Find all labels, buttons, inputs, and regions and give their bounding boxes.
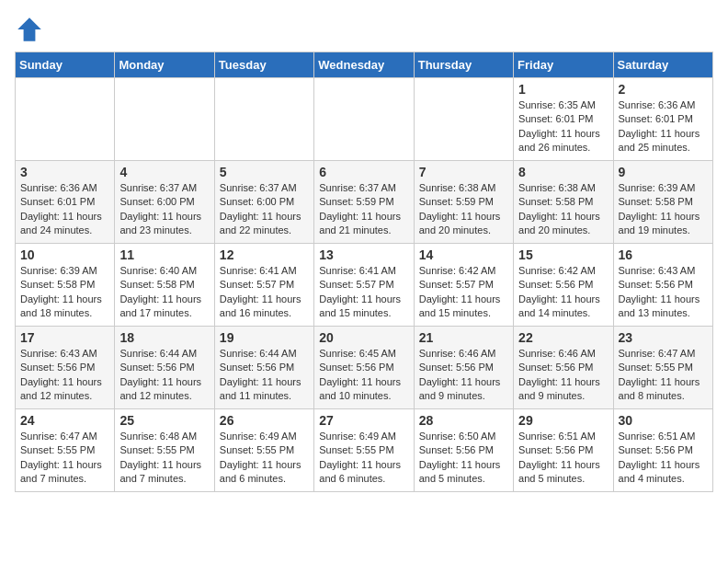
calendar-cell: 22Sunrise: 6:46 AM Sunset: 5:56 PM Dayli…: [514, 327, 613, 409]
col-header-wednesday: Wednesday: [314, 52, 414, 78]
day-info: Sunrise: 6:42 AM Sunset: 5:56 PM Dayligh…: [518, 264, 608, 321]
calendar-cell: [314, 78, 414, 161]
day-info: Sunrise: 6:46 AM Sunset: 5:56 PM Dayligh…: [419, 347, 508, 404]
calendar-cell: 19Sunrise: 6:44 AM Sunset: 5:56 PM Dayli…: [214, 327, 313, 409]
calendar-cell: 10Sunrise: 6:39 AM Sunset: 5:58 PM Dayli…: [16, 244, 115, 327]
calendar-cell: 26Sunrise: 6:49 AM Sunset: 5:55 PM Dayli…: [214, 409, 313, 492]
day-info: Sunrise: 6:45 AM Sunset: 5:56 PM Dayligh…: [319, 347, 408, 404]
day-info: Sunrise: 6:42 AM Sunset: 5:57 PM Dayligh…: [419, 264, 508, 321]
day-number: 15: [518, 247, 608, 262]
day-number: 2: [619, 82, 708, 97]
day-number: 29: [518, 413, 608, 428]
day-info: Sunrise: 6:51 AM Sunset: 5:56 PM Dayligh…: [619, 430, 708, 487]
col-header-tuesday: Tuesday: [214, 52, 313, 78]
calendar-cell: 4Sunrise: 6:37 AM Sunset: 6:00 PM Daylig…: [115, 161, 214, 244]
day-info: Sunrise: 6:39 AM Sunset: 5:58 PM Dayligh…: [619, 181, 708, 238]
calendar-cell: 1Sunrise: 6:35 AM Sunset: 6:01 PM Daylig…: [514, 78, 613, 161]
calendar-cell: 18Sunrise: 6:44 AM Sunset: 5:56 PM Dayli…: [115, 327, 214, 409]
day-number: 9: [619, 165, 708, 179]
calendar-cell: 24Sunrise: 6:47 AM Sunset: 5:55 PM Dayli…: [16, 409, 115, 492]
calendar-cell: [115, 78, 214, 161]
day-number: 28: [419, 413, 508, 428]
day-number: 5: [220, 165, 309, 179]
day-info: Sunrise: 6:49 AM Sunset: 5:55 PM Dayligh…: [319, 430, 408, 487]
calendar-cell: 25Sunrise: 6:48 AM Sunset: 5:55 PM Dayli…: [115, 409, 214, 492]
calendar-cell: 6Sunrise: 6:37 AM Sunset: 5:59 PM Daylig…: [314, 161, 414, 244]
col-header-monday: Monday: [115, 52, 214, 78]
day-number: 26: [220, 413, 309, 428]
calendar-cell: 5Sunrise: 6:37 AM Sunset: 6:00 PM Daylig…: [214, 161, 313, 244]
day-info: Sunrise: 6:35 AM Sunset: 6:01 PM Dayligh…: [518, 98, 608, 155]
calendar-cell: 3Sunrise: 6:36 AM Sunset: 6:01 PM Daylig…: [16, 161, 115, 244]
day-info: Sunrise: 6:48 AM Sunset: 5:55 PM Dayligh…: [119, 430, 209, 487]
day-number: 4: [119, 165, 209, 179]
day-info: Sunrise: 6:51 AM Sunset: 5:56 PM Dayligh…: [518, 430, 608, 487]
day-number: 13: [319, 247, 408, 262]
day-info: Sunrise: 6:44 AM Sunset: 5:56 PM Dayligh…: [119, 347, 209, 404]
day-info: Sunrise: 6:36 AM Sunset: 6:01 PM Dayligh…: [619, 98, 708, 155]
day-info: Sunrise: 6:47 AM Sunset: 5:55 PM Dayligh…: [20, 430, 109, 487]
day-info: Sunrise: 6:38 AM Sunset: 5:58 PM Dayligh…: [518, 181, 608, 238]
calendar-cell: [414, 78, 513, 161]
day-number: 20: [319, 330, 408, 345]
day-info: Sunrise: 6:37 AM Sunset: 6:00 PM Dayligh…: [220, 181, 309, 238]
day-number: 12: [220, 247, 309, 262]
col-header-friday: Friday: [514, 52, 613, 78]
day-info: Sunrise: 6:43 AM Sunset: 5:56 PM Dayligh…: [20, 347, 109, 404]
day-info: Sunrise: 6:39 AM Sunset: 5:58 PM Dayligh…: [20, 264, 109, 321]
page-header: [15, 15, 713, 44]
svg-marker-0: [17, 17, 41, 41]
day-number: 11: [119, 247, 209, 262]
day-number: 10: [20, 247, 109, 262]
calendar-cell: 13Sunrise: 6:41 AM Sunset: 5:57 PM Dayli…: [314, 244, 414, 327]
calendar-cell: [16, 78, 115, 161]
calendar-cell: 11Sunrise: 6:40 AM Sunset: 5:58 PM Dayli…: [115, 244, 214, 327]
col-header-thursday: Thursday: [414, 52, 513, 78]
day-info: Sunrise: 6:50 AM Sunset: 5:56 PM Dayligh…: [419, 430, 508, 487]
calendar-cell: 2Sunrise: 6:36 AM Sunset: 6:01 PM Daylig…: [613, 78, 712, 161]
calendar-cell: 12Sunrise: 6:41 AM Sunset: 5:57 PM Dayli…: [214, 244, 313, 327]
calendar-cell: [214, 78, 313, 161]
day-info: Sunrise: 6:49 AM Sunset: 5:55 PM Dayligh…: [220, 430, 309, 487]
day-number: 24: [20, 413, 109, 428]
day-number: 22: [518, 330, 608, 345]
day-info: Sunrise: 6:41 AM Sunset: 5:57 PM Dayligh…: [220, 264, 309, 321]
day-number: 27: [319, 413, 408, 428]
day-number: 3: [20, 165, 109, 179]
col-header-sunday: Sunday: [16, 52, 115, 78]
logo: [15, 15, 48, 44]
day-info: Sunrise: 6:37 AM Sunset: 5:59 PM Dayligh…: [319, 181, 408, 238]
day-info: Sunrise: 6:40 AM Sunset: 5:58 PM Dayligh…: [119, 264, 209, 321]
calendar-cell: 15Sunrise: 6:42 AM Sunset: 5:56 PM Dayli…: [514, 244, 613, 327]
day-info: Sunrise: 6:43 AM Sunset: 5:56 PM Dayligh…: [619, 264, 708, 321]
day-number: 25: [119, 413, 209, 428]
day-info: Sunrise: 6:38 AM Sunset: 5:59 PM Dayligh…: [419, 181, 508, 238]
day-number: 8: [518, 165, 608, 179]
day-info: Sunrise: 6:44 AM Sunset: 5:56 PM Dayligh…: [220, 347, 309, 404]
calendar-table: SundayMondayTuesdayWednesdayThursdayFrid…: [15, 52, 713, 492]
day-number: 21: [419, 330, 508, 345]
calendar-cell: 9Sunrise: 6:39 AM Sunset: 5:58 PM Daylig…: [613, 161, 712, 244]
calendar-cell: 20Sunrise: 6:45 AM Sunset: 5:56 PM Dayli…: [314, 327, 414, 409]
calendar-cell: 14Sunrise: 6:42 AM Sunset: 5:57 PM Dayli…: [414, 244, 513, 327]
calendar-cell: 7Sunrise: 6:38 AM Sunset: 5:59 PM Daylig…: [414, 161, 513, 244]
day-number: 18: [119, 330, 209, 345]
day-number: 16: [619, 247, 708, 262]
day-number: 30: [619, 413, 708, 428]
calendar-cell: 27Sunrise: 6:49 AM Sunset: 5:55 PM Dayli…: [314, 409, 414, 492]
calendar-cell: 23Sunrise: 6:47 AM Sunset: 5:55 PM Dayli…: [613, 327, 712, 409]
calendar-cell: 28Sunrise: 6:50 AM Sunset: 5:56 PM Dayli…: [414, 409, 513, 492]
day-number: 6: [319, 165, 408, 179]
day-number: 23: [619, 330, 708, 345]
day-info: Sunrise: 6:37 AM Sunset: 6:00 PM Dayligh…: [119, 181, 209, 238]
day-number: 14: [419, 247, 508, 262]
day-info: Sunrise: 6:36 AM Sunset: 6:01 PM Dayligh…: [20, 181, 109, 238]
day-info: Sunrise: 6:46 AM Sunset: 5:56 PM Dayligh…: [518, 347, 608, 404]
day-info: Sunrise: 6:41 AM Sunset: 5:57 PM Dayligh…: [319, 264, 408, 321]
day-number: 1: [518, 82, 608, 97]
day-number: 7: [419, 165, 508, 179]
logo-icon: [15, 15, 44, 44]
day-number: 17: [20, 330, 109, 345]
calendar-cell: 29Sunrise: 6:51 AM Sunset: 5:56 PM Dayli…: [514, 409, 613, 492]
col-header-saturday: Saturday: [613, 52, 712, 78]
